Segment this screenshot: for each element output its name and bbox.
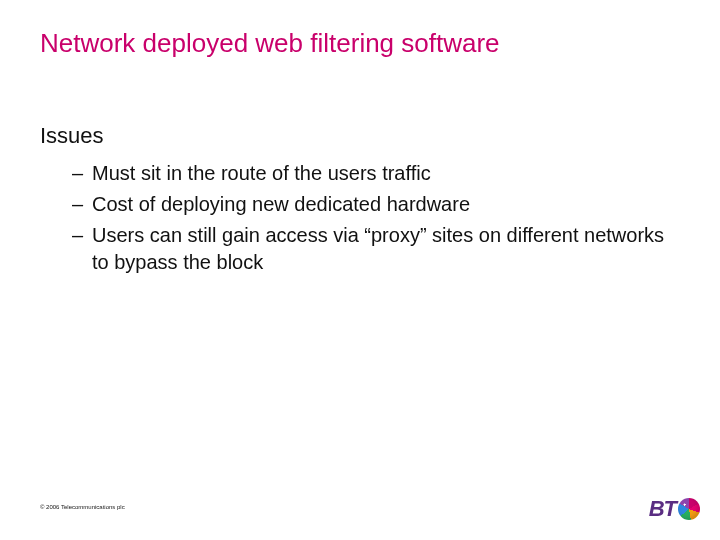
issues-heading: Issues	[40, 123, 104, 149]
list-item: – Users can still gain access via “proxy…	[72, 222, 670, 276]
dash-icon: –	[72, 191, 92, 218]
copyright-footer: © 2006 Telecommunications plc	[40, 504, 125, 510]
logo-text: BT	[649, 496, 676, 522]
list-item: – Cost of deploying new dedicated hardwa…	[72, 191, 670, 218]
bullet-text: Users can still gain access via “proxy” …	[92, 222, 670, 276]
bt-logo: BT	[649, 496, 700, 522]
dash-icon: –	[72, 222, 92, 276]
globe-icon	[678, 498, 700, 520]
list-item: – Must sit in the route of the users tra…	[72, 160, 670, 187]
slide: Network deployed web filtering software …	[0, 0, 720, 540]
slide-title: Network deployed web filtering software	[40, 28, 680, 59]
bullet-list: – Must sit in the route of the users tra…	[72, 160, 670, 280]
bullet-text: Cost of deploying new dedicated hardware	[92, 191, 670, 218]
bullet-text: Must sit in the route of the users traff…	[92, 160, 670, 187]
dash-icon: –	[72, 160, 92, 187]
